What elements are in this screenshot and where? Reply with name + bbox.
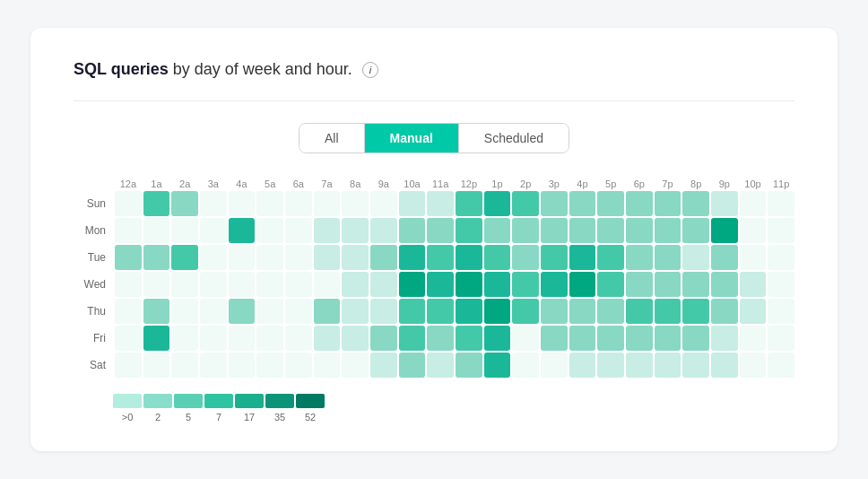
hour-label: 4p [569,179,596,189]
heatmap-cell [456,353,482,378]
heatmap-cell [285,191,312,216]
heatmap-cell [541,245,568,270]
heatmap-cell [740,326,767,351]
heatmap-cell [626,353,653,378]
hour-label: 3a [200,179,227,189]
day-label: Fri [74,332,113,344]
heatmap-cell [456,326,482,351]
legend-color-cell [265,394,294,408]
heatmap-cell [200,326,227,351]
heatmap-cell [597,218,624,243]
heatmap-cell [171,218,198,243]
heatmap-cell [115,191,142,216]
heatmap-cell [229,218,256,243]
heatmap-cell [314,272,341,297]
heatmap-cell [655,191,681,216]
heatmap-cell [711,353,738,378]
hour-label: 1a [143,179,170,189]
hour-label: 9p [711,179,738,189]
hour-label: 6p [626,179,653,189]
heatmap-cell [740,272,767,297]
legend-color-cell [174,394,203,408]
heatmap-cell [229,326,256,351]
heatmap-cell [740,353,767,378]
heatmap-cell [456,299,482,324]
heatmap-cell [115,245,142,270]
heatmap-cell [399,353,426,378]
heatmap-cell [484,272,511,297]
heatmap-cell [370,245,397,270]
filter-group: All Manual Scheduled [299,123,569,153]
heatmap-cell [682,218,709,243]
heatmap-cell [342,218,369,243]
info-icon[interactable]: i [362,62,378,78]
heatmap-cell [655,272,681,297]
heatmap-cell [541,218,568,243]
heatmap-cell [115,326,142,351]
heatmap-cell [285,245,312,270]
heatmap-cell [399,299,426,324]
heatmap-cell [626,191,653,216]
hour-label: 11p [768,179,794,189]
filter-scheduled-button[interactable]: Scheduled [459,124,569,152]
day-label: Sun [74,197,113,210]
main-card: SQL queries by day of week and hour. i A… [30,28,838,451]
heatmap-cell [768,218,794,243]
heatmap-cell [200,218,227,243]
heatmap-cell [626,272,653,297]
heatmap-cell [342,272,369,297]
legend-color-cell [143,394,172,408]
heatmap-cell [512,191,539,216]
filter-all-button[interactable]: All [299,124,365,152]
heatmap-cell [342,326,369,351]
heatmap-cell [541,191,568,216]
hour-label: 8a [342,179,369,189]
heatmap-cell [399,191,426,216]
heatmap-cell [740,218,767,243]
heatmap-cell [711,326,738,351]
heatmap-cell [768,326,794,351]
heatmap-cell [768,272,794,297]
day-label: Thu [74,305,113,318]
heatmap-cell [370,299,397,324]
hour-label: 5a [256,179,283,189]
heatmap-cell [229,353,256,378]
legend-color-cell [235,394,264,408]
heatmap-cell [597,245,624,270]
heatmap-cell [399,326,426,351]
heatmap-cell [569,245,596,270]
heatmap-cell [626,245,653,270]
heatmap-cell [456,245,482,270]
heatmap-cell [399,272,426,297]
heatmap-cell [512,353,539,378]
heatmap-cell [314,299,341,324]
heatmap-cell [370,353,397,378]
hour-label: 7a [314,179,341,189]
heatmap-cell [740,245,767,270]
heatmap-cell [143,272,170,297]
heatmap-grid: 12a1a2a3a4a5a6a7a8a9a10a11a12p1p2p3p4p5p… [74,179,794,378]
heatmap-cell [740,191,767,216]
heatmap-cell [427,245,454,270]
heatmap-cell [229,272,256,297]
hour-label: 1p [484,179,511,189]
heatmap-cell [256,218,283,243]
heatmap-cell [682,299,709,324]
heatmap-cell [285,353,312,378]
filter-manual-button[interactable]: Manual [365,124,459,152]
heatmap-cell [200,272,227,297]
heatmap-cell [285,272,312,297]
hour-label: 9a [370,179,397,189]
hour-label: 11a [427,179,454,189]
heatmap-cell [655,326,681,351]
chart-title: SQL queries by day of week and hour. i [74,60,794,79]
heatmap-cell [626,326,653,351]
heatmap-cell [370,191,397,216]
heatmap-cell [541,326,568,351]
heatmap-cell [711,218,738,243]
heatmap-cell [342,245,369,270]
heatmap-cell [171,299,198,324]
heatmap-cell [256,353,283,378]
heatmap-cell [484,326,511,351]
heatmap-cell [626,218,653,243]
